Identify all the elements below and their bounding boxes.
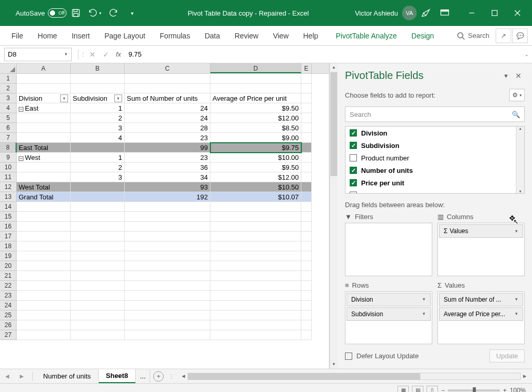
row-header[interactable]: 16: [0, 222, 17, 232]
field-checkbox[interactable]: ✓: [350, 129, 357, 137]
field-pill[interactable]: Average of Price per...▼: [439, 307, 523, 321]
row-header[interactable]: 18: [0, 241, 17, 251]
cell[interactable]: $10.07: [210, 192, 301, 202]
field-checkbox[interactable]: ✓: [350, 142, 357, 149]
field-checkbox[interactable]: ✓: [350, 179, 357, 186]
whatsnew-icon[interactable]: [417, 4, 435, 22]
collapse-icon[interactable]: −: [19, 156, 23, 161]
cell[interactable]: [17, 271, 71, 281]
tab-next-icon[interactable]: ▶: [15, 373, 29, 379]
cell[interactable]: 36: [125, 163, 210, 172]
cell[interactable]: [301, 133, 312, 143]
field-row[interactable]: ✓Price per unit: [345, 177, 524, 189]
cell[interactable]: [71, 241, 125, 251]
cell[interactable]: 192: [125, 192, 210, 202]
cell[interactable]: 3: [71, 172, 125, 182]
cell[interactable]: 23: [125, 153, 210, 163]
tab-home[interactable]: Home: [31, 28, 64, 44]
cell[interactable]: [301, 232, 312, 241]
tab-prev-icon[interactable]: ◀: [0, 373, 15, 379]
cell[interactable]: [17, 320, 71, 330]
cell[interactable]: [301, 84, 312, 93]
cell[interactable]: [125, 222, 210, 232]
row-header[interactable]: 21: [0, 271, 17, 281]
cell[interactable]: [125, 232, 210, 241]
maximize-button[interactable]: [483, 0, 506, 26]
cell[interactable]: [301, 202, 312, 212]
autosave-toggle[interactable]: AutoSave Off: [16, 8, 66, 18]
tab-help[interactable]: Help: [296, 28, 326, 44]
cell[interactable]: $9.00: [210, 133, 301, 143]
cell[interactable]: [301, 93, 312, 103]
field-checkbox[interactable]: [350, 192, 357, 194]
tab-design[interactable]: Design: [404, 28, 442, 44]
fx-icon[interactable]: fx: [116, 50, 121, 58]
field-row[interactable]: ✓Number of units: [345, 164, 524, 177]
scroll-left-icon[interactable]: ◀: [179, 374, 188, 379]
filters-dropzone[interactable]: [345, 223, 432, 276]
cell[interactable]: [71, 330, 125, 340]
cell[interactable]: [17, 330, 71, 340]
field-row[interactable]: ✓Subdivision: [345, 139, 524, 152]
formula-value[interactable]: 9.75: [124, 50, 525, 58]
row-header[interactable]: 5: [0, 113, 17, 123]
cell[interactable]: [71, 281, 125, 291]
cell[interactable]: [17, 163, 71, 172]
row-header[interactable]: 22: [0, 281, 17, 291]
cell[interactable]: [301, 241, 312, 251]
update-button[interactable]: Update: [489, 349, 525, 362]
row-header[interactable]: 2: [0, 84, 17, 93]
cell[interactable]: [210, 241, 301, 251]
cell[interactable]: 24: [125, 113, 210, 123]
cell[interactable]: [17, 301, 71, 310]
cell[interactable]: 3: [71, 123, 125, 133]
cell[interactable]: [210, 320, 301, 330]
sheet-tab-active[interactable]: Sheet8: [99, 369, 136, 383]
cell[interactable]: [125, 202, 210, 212]
fields-search-input[interactable]: Search 🔍: [345, 106, 525, 122]
cell[interactable]: [71, 232, 125, 241]
row-header[interactable]: 14: [0, 202, 17, 212]
chevron-down-icon[interactable]: ▼: [422, 297, 426, 302]
cell[interactable]: [125, 291, 210, 301]
cell[interactable]: Grand Total: [17, 192, 71, 202]
cell[interactable]: [17, 232, 71, 241]
scroll-up-icon[interactable]: ▲: [330, 63, 338, 72]
row-header[interactable]: 17: [0, 232, 17, 241]
row-header[interactable]: 24: [0, 301, 17, 310]
tab-formulas[interactable]: Formulas: [153, 28, 197, 44]
cell[interactable]: [71, 251, 125, 261]
cell[interactable]: [210, 74, 301, 84]
cell[interactable]: Sum of Number of units: [125, 93, 210, 103]
cell[interactable]: $12.00: [210, 172, 301, 182]
row-header[interactable]: 9: [0, 153, 17, 163]
hscroll-thumb[interactable]: [188, 373, 420, 380]
cell[interactable]: $12.00: [210, 113, 301, 123]
cell[interactable]: [301, 281, 312, 291]
cell[interactable]: −West: [17, 153, 71, 163]
cell[interactable]: 28: [125, 123, 210, 133]
cell[interactable]: [210, 310, 301, 320]
row-header[interactable]: 7: [0, 133, 17, 143]
cell[interactable]: [301, 320, 312, 330]
cell[interactable]: [71, 222, 125, 232]
cell[interactable]: [125, 301, 210, 310]
col-header-D[interactable]: D: [210, 63, 301, 73]
cell[interactable]: [17, 172, 71, 182]
field-pill[interactable]: Subdivision▼: [347, 307, 431, 321]
field-row[interactable]: Product number: [345, 152, 524, 164]
filter-dropdown-icon[interactable]: ▼: [60, 94, 68, 102]
page-layout-icon[interactable]: ▤: [412, 386, 423, 393]
cell[interactable]: [210, 202, 301, 212]
display-options-icon[interactable]: [435, 4, 454, 22]
cell[interactable]: $10.50: [210, 182, 301, 192]
enter-icon[interactable]: ✓: [99, 50, 113, 59]
cell[interactable]: [301, 153, 312, 163]
cell[interactable]: [210, 222, 301, 232]
cell[interactable]: [210, 291, 301, 301]
select-all-corner[interactable]: [0, 63, 17, 73]
add-sheet-icon[interactable]: +: [153, 371, 164, 382]
cell[interactable]: [71, 212, 125, 222]
cell[interactable]: [210, 301, 301, 310]
cell[interactable]: [71, 320, 125, 330]
